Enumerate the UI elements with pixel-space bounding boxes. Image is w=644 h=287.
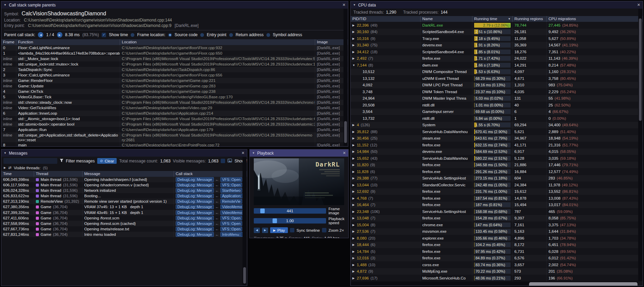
cpu-process-row[interactable]: ▶ 12,016 (3) firefox.exe 84.89 ms (0.37%… — [351, 255, 643, 262]
column-cpu-migrations[interactable]: CPU migrations — [547, 16, 643, 22]
cpu-process-row[interactable]: ▶ 4,768 (7) firefox.exe 187.54 ms (0.81%… — [351, 195, 643, 202]
expand-icon[interactable]: ▶ — [352, 170, 357, 173]
callstack-frame-row[interactable]: inline Game::Update C:\Users\wolf\Deskto… — [1, 83, 348, 89]
collapse-icon[interactable]: ▼ — [353, 3, 356, 6]
frame-location-radio[interactable] — [266, 33, 270, 37]
callstack-frame-pill[interactable]: DebugLog::Message — [176, 177, 214, 182]
next-callstack-button[interactable]: ▶ — [57, 32, 62, 38]
callstack-frame-pill[interactable]: StartNetwo — [220, 188, 242, 193]
cpu-process-row[interactable]: ▶ 34,412 (18) ScriptedSandbox64.exe 1.85… — [351, 48, 643, 55]
expand-icon[interactable]: ▶ — [352, 176, 357, 180]
cpu-process-row[interactable]: ▶ 12,692 (9) firefox.exe 231.76 ms (1.00… — [351, 188, 643, 195]
callstack-frame-pill[interactable]: DebugLog::Message — [176, 216, 214, 220]
prev-frame-button[interactable]: ◀ — [254, 228, 260, 233]
cpu-process-row[interactable]: 10,512 DWM Compositor Thread 1.53 s (6.6… — [351, 69, 643, 75]
expand-icon[interactable]: ▶ — [352, 43, 357, 47]
callstack-frame-row[interactable]: inline Video::GetTicksHiRes C:\Users\wol… — [1, 105, 348, 111]
column-running-regions[interactable]: Running regions — [513, 16, 547, 22]
expand-icon[interactable]: ▶ — [352, 190, 357, 193]
close-icon[interactable]: ✕ — [241, 151, 245, 155]
callstack-frame-row[interactable]: inline std::_Atomic_storage<bool,1>::loa… — [1, 116, 348, 121]
frame-location-radio[interactable] — [168, 33, 172, 37]
column-message[interactable]: Message — [83, 171, 174, 177]
cpu-process-row[interactable]: ▶ 13,044 (10) StandardCollector.Servic 2… — [351, 182, 643, 188]
message-row[interactable]: 627,399,326ns Game(36,704) VRAM 43x45: 1… — [1, 210, 247, 215]
message-row[interactable]: 626,024,328ns Main thread(31,596) Networ… — [1, 188, 247, 193]
callstack-scrollbar[interactable] — [343, 9, 348, 146]
callstack-frame-row[interactable]: inline Game::RenderFloor C:\Users\wolf\D… — [1, 78, 348, 83]
column-time[interactable]: Time — [1, 171, 34, 177]
callstack-frame-pill[interactable]: DebugLog::Message — [176, 204, 214, 209]
callstack-frame-pill[interactable]: VideoMemo — [220, 210, 244, 215]
cpu-process-row[interactable]: ▶ 30,160 (84) ScriptedSandbox64.exe 2.51… — [351, 29, 643, 35]
column-callstack[interactable]: Call stack — [174, 171, 247, 177]
callstack-frame-pill[interactable]: VFS::Open — [220, 177, 242, 182]
expand-icon[interactable]: ▶ — [352, 223, 357, 227]
cpu-process-row[interactable]: ▶ 2,492 (7) firefox.exe 1.71 s (7.42%) 2… — [351, 55, 643, 62]
expand-icon[interactable]: ▶ — [352, 203, 357, 206]
playback-speed-slider[interactable]: 1.00 — [254, 218, 326, 224]
column-location[interactable]: Location — [120, 39, 315, 45]
prev-callstack-button[interactable]: ◀ — [38, 32, 43, 38]
expand-icon[interactable]: ▶ — [352, 236, 357, 240]
visible-threads-row[interactable]: ▶ ⇄ Visible threads: (5) — [1, 165, 247, 171]
callstack-frame-row[interactable]: inline std::unique_lock<std::mutex>::loc… — [1, 61, 348, 67]
cpu-process-row[interactable]: ▶ 30,456 (25) steam.exe 643.61 ms (2.79%… — [351, 135, 643, 142]
cpu-process-row[interactable]: 20,508 ntdll.dll 1.01 ms (0.00%) 40 25 (… — [351, 102, 643, 109]
expand-icon[interactable]: ▶ — [4, 166, 6, 169]
collapse-icon[interactable]: ▼ — [4, 152, 6, 155]
callstack-frame-row[interactable]: 7 Application::Run C:\Users\wolf\Desktop… — [1, 127, 348, 132]
expand-icon[interactable]: ▶ — [352, 130, 357, 133]
column-name[interactable]: Name — [421, 16, 472, 22]
expand-icon[interactable]: ▶ — [352, 270, 357, 273]
expand-icon[interactable]: ▶ — [352, 243, 357, 246]
cpu-process-row[interactable]: ▶ 11,152 (12) firefox.exe 632.15 ms (2.7… — [351, 142, 643, 148]
cpu-process-row[interactable]: 13,132 uDWM Event Thread 68.29 ms (0.30%… — [351, 75, 643, 82]
scrollbar-thumb[interactable] — [529, 282, 638, 286]
collapse-icon[interactable]: ▼ — [252, 152, 255, 155]
callstack-frame-row[interactable]: inline std::atomic<bool>::operator bool … — [1, 121, 348, 127]
cpu-vertical-scrollbar[interactable] — [638, 9, 642, 281]
callstack-frame-pill[interactable]: RemoteVie — [220, 199, 242, 204]
callstack-frame-row[interactable]: inline std::unique_ptr<Application,std::… — [1, 132, 348, 142]
play-button[interactable]: ▶ Play — [270, 227, 288, 233]
callstack-frame-row[interactable]: inline std::chrono::steady_clock::now C:… — [1, 100, 348, 105]
message-row[interactable]: 626,833,622ns Main thread(31,596) Bootin… — [1, 193, 247, 199]
expand-icon[interactable]: ▼ — [352, 63, 357, 67]
expand-icon[interactable]: ▶ — [352, 216, 357, 220]
expand-icon[interactable]: ▶ — [352, 263, 357, 267]
cpu-process-row[interactable]: ▶ 10,316 (9) Tracy.exe 2.18 s (9.45%) 11… — [351, 35, 643, 42]
cpu-process-row[interactable]: ▶ 13,048 (7) firefox.exe 154.28 ms (0.67… — [351, 215, 643, 222]
column-pid-tid[interactable]: PID/TID — [351, 16, 421, 22]
show-time-checkbox[interactable]: ✓ — [102, 33, 106, 37]
callstack-frame-pill[interactable]: DebugLog::Message — [176, 210, 214, 215]
cpu-process-row[interactable]: ▶ 11,820 (9) firefox.exe 346.58 ms (1.50… — [351, 162, 643, 169]
cpu-process-row[interactable]: ▶ 35,812 (88) ServiceHub.DataWarehou 670… — [351, 128, 643, 135]
callstack-frame-pill[interactable]: IntroMenu:: — [220, 232, 243, 237]
cpu-process-row[interactable]: ▶ 8,080 (20) explorer.exe 105.66 ms (0.4… — [351, 235, 643, 242]
callstack-frame-row[interactable]: 2 TaskDispatch::Sync C:\Users\wolf\Deskt… — [1, 67, 348, 72]
message-row[interactable]: 627,411,606ns Game(36,704) Opening /fore… — [1, 215, 247, 221]
expand-icon[interactable]: ▶ — [352, 163, 357, 167]
cpu-process-row[interactable]: ▶ 23,348 (106) ServiceHub.SettingsHost 1… — [351, 208, 643, 215]
expand-icon[interactable]: ▶ — [352, 157, 357, 160]
callstack-frame-pill[interactable]: VideoMemo — [220, 204, 244, 209]
close-icon[interactable]: ✕ — [342, 3, 346, 7]
message-row[interactable]: 606,049,398ns Main thread(31,596) Openin… — [1, 177, 247, 182]
expand-icon[interactable]: ▶ — [352, 30, 357, 33]
cpu-process-row[interactable]: ▼ 7,144 (8) dwm.exe 1.66 s (7.18%) 14,29… — [351, 62, 643, 69]
callstack-frame-pill[interactable]: DebugLog::Message — [176, 193, 214, 198]
cpu-process-row[interactable]: ▶ 29,388 (77) ServiceHub.SettingsHost 27… — [351, 175, 643, 182]
expand-icon[interactable]: ▶ — [352, 230, 357, 233]
cpu-process-row[interactable]: ▶ 27,536 (7) msvsmon.exe 133.45 ms (0.58… — [351, 228, 643, 235]
cpu-process-row[interactable]: ▶ 31,340 (75) devenv.exe 1.91 s (8.26%) … — [351, 42, 643, 49]
expand-icon[interactable]: ▶ — [352, 50, 357, 54]
callstack-frame-pill[interactable]: DebugLog::Message — [176, 188, 214, 193]
cpu-process-row[interactable]: ▶ 15,652 (43) ServiceHub.DataWarehou 580… — [351, 155, 643, 162]
expand-icon[interactable]: ▶ — [352, 197, 357, 200]
expand-icon[interactable]: ▶ — [352, 123, 357, 127]
cpu-process-row[interactable]: ▶ 11,828 (6) firefox.exe 291.26 ms (1.26… — [351, 168, 643, 175]
callstack-frame-pill[interactable]: DebugLog::Message — [176, 183, 214, 187]
message-row[interactable]: 627,558,996ns Game(36,704) Opening /fore… — [1, 221, 247, 226]
cpu-process-row[interactable]: 4,092 DWM LPC Port Thread 29.16 ms (0.13… — [351, 82, 643, 89]
